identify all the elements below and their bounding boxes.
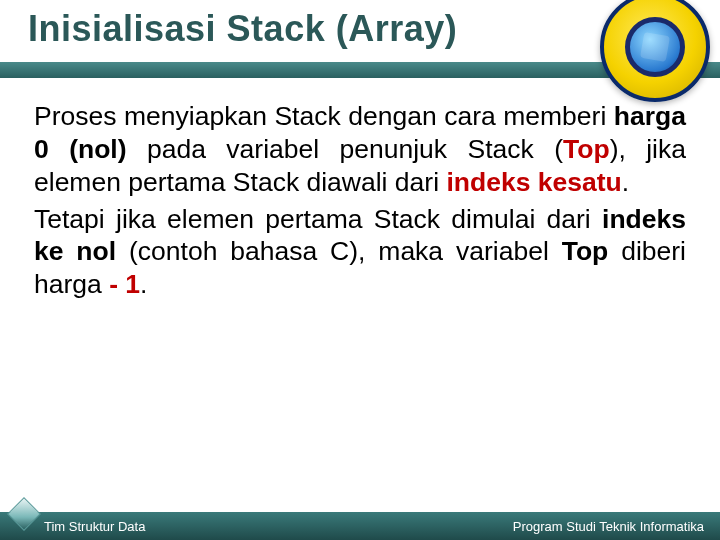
paragraph-2: Tetapi jika elemen pertama Stack dimulai… (34, 203, 686, 302)
footer-right: Program Studi Teknik Informatika (513, 519, 704, 534)
slide-header: Inisialisasi Stack (Array) (0, 0, 720, 78)
text-run: . (140, 269, 147, 299)
slide-footer: Tim Struktur Data Program Studi Teknik I… (0, 512, 720, 540)
keyword-minus-one: - 1 (109, 269, 140, 299)
text-run: pada variabel penunjuk Stack ( (127, 134, 563, 164)
footer-left: Tim Struktur Data (44, 519, 145, 534)
slide-title: Inisialisasi Stack (Array) (28, 8, 457, 50)
bold-run: Top (562, 236, 609, 266)
text-run: . (622, 167, 629, 197)
keyword-top: Top (563, 134, 610, 164)
paragraph-1: Proses menyiapkan Stack dengan cara memb… (34, 100, 686, 199)
logo-emblem (625, 17, 685, 77)
text-run: Tetapi jika elemen pertama Stack dimulai… (34, 204, 602, 234)
text-run: (contoh bahasa C), maka variabel (116, 236, 562, 266)
slide-body: Proses menyiapkan Stack dengan cara memb… (0, 78, 720, 301)
keyword-indeks-kesatu: indeks kesatu (446, 167, 621, 197)
text-run: Proses menyiapkan Stack dengan cara memb… (34, 101, 614, 131)
